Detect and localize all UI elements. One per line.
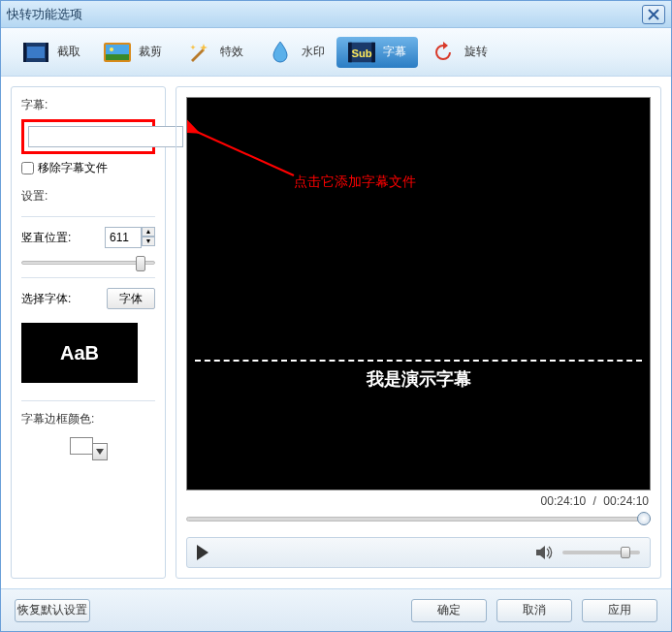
progress-slider[interactable] bbox=[186, 512, 651, 527]
subtitle-guideline bbox=[195, 360, 642, 362]
remove-subtitle-row: 移除字幕文件 bbox=[21, 160, 155, 176]
close-icon bbox=[648, 9, 659, 20]
chevron-down-icon bbox=[96, 449, 104, 455]
vpos-spinner: ▲ ▼ bbox=[105, 227, 155, 248]
tab-label: 字幕 bbox=[383, 44, 406, 60]
svg-rect-6 bbox=[106, 54, 129, 60]
divider bbox=[21, 216, 155, 217]
slider-thumb[interactable] bbox=[136, 256, 145, 271]
toolbar: 截取 裁剪 特效 水印 Sub 字幕 旋转 bbox=[1, 28, 671, 77]
rotate-icon bbox=[430, 41, 457, 64]
time-current: 00:24:10 bbox=[541, 494, 587, 508]
tab-watermark[interactable]: 水印 bbox=[255, 37, 336, 68]
font-button[interactable]: 字体 bbox=[107, 288, 155, 309]
tab-capture[interactable]: 截取 bbox=[11, 37, 92, 68]
window: 快转功能选项 截取 裁剪 特效 水印 Sub 字幕 旋转 bbox=[0, 0, 672, 632]
highlight-box bbox=[21, 119, 155, 154]
drop-icon bbox=[267, 41, 294, 64]
tab-label: 截取 bbox=[57, 44, 80, 60]
vpos-up-button[interactable]: ▲ bbox=[142, 227, 155, 237]
progress-thumb[interactable] bbox=[637, 512, 651, 525]
choose-font-label: 选择字体: bbox=[21, 291, 71, 307]
volume-icon bbox=[535, 545, 553, 560]
svg-text:Sub: Sub bbox=[351, 47, 371, 58]
subtitle-icon: Sub bbox=[348, 41, 375, 64]
film-icon bbox=[22, 41, 49, 64]
player-bar bbox=[186, 537, 651, 568]
divider bbox=[21, 400, 155, 401]
svg-rect-10 bbox=[371, 42, 375, 62]
apply-button[interactable]: 应用 bbox=[582, 599, 657, 622]
tab-rotate[interactable]: 旋转 bbox=[418, 37, 499, 68]
progress-track bbox=[186, 517, 651, 521]
wand-icon bbox=[185, 41, 212, 64]
divider bbox=[21, 277, 155, 278]
vpos-down-button[interactable]: ▼ bbox=[142, 237, 155, 246]
annotation-text: 点击它添加字幕文件 bbox=[294, 174, 416, 191]
video-preview: 点击它添加字幕文件 我是演示字幕 bbox=[186, 97, 651, 490]
subtitle-label: 字幕: bbox=[21, 97, 155, 113]
vpos-input[interactable] bbox=[105, 227, 142, 248]
border-color-dropdown[interactable] bbox=[92, 443, 108, 460]
subtitle-path-input[interactable] bbox=[28, 126, 183, 147]
svg-rect-3 bbox=[46, 43, 48, 62]
settings-label: 设置: bbox=[21, 188, 155, 205]
volume-slider[interactable] bbox=[562, 546, 640, 559]
remove-subtitle-checkbox[interactable] bbox=[21, 162, 34, 174]
vpos-label: 竖直位置: bbox=[21, 230, 71, 246]
tab-label: 裁剪 bbox=[139, 44, 162, 60]
svg-rect-2 bbox=[23, 43, 26, 62]
ok-button[interactable]: 确定 bbox=[411, 599, 487, 622]
vpos-slider[interactable] bbox=[21, 254, 155, 271]
cancel-button[interactable]: 取消 bbox=[496, 599, 572, 622]
left-panel: 字幕: 移除字幕文件 设置: 竖直位置: bbox=[11, 86, 166, 579]
tab-effects[interactable]: 特效 bbox=[174, 37, 255, 68]
close-button[interactable] bbox=[642, 5, 665, 24]
border-color-swatch[interactable] bbox=[70, 437, 93, 455]
restore-defaults-button[interactable]: 恢复默认设置 bbox=[15, 599, 90, 622]
time-total: 00:24:10 bbox=[603, 494, 649, 508]
font-preview: AaB bbox=[21, 323, 138, 383]
border-color-label: 字幕边框颜色: bbox=[21, 411, 155, 427]
tab-crop[interactable]: 裁剪 bbox=[92, 37, 174, 68]
svg-point-7 bbox=[110, 47, 113, 51]
time-separator: / bbox=[593, 494, 596, 508]
play-button[interactable] bbox=[197, 545, 208, 560]
tab-label: 水印 bbox=[302, 44, 325, 60]
content: 字幕: 移除字幕文件 设置: 竖直位置: bbox=[1, 77, 671, 588]
volume-thumb[interactable] bbox=[621, 547, 630, 558]
window-title: 快转功能选项 bbox=[7, 6, 642, 23]
time-display: 00:24:10 / 00:24:10 bbox=[186, 490, 651, 510]
svg-rect-1 bbox=[27, 47, 45, 58]
titlebar: 快转功能选项 bbox=[1, 1, 671, 28]
tab-label: 特效 bbox=[220, 44, 243, 60]
demo-subtitle: 我是演示字幕 bbox=[187, 367, 650, 391]
image-icon bbox=[104, 41, 131, 64]
tab-subtitle[interactable]: Sub 字幕 bbox=[336, 37, 418, 68]
right-panel: 点击它添加字幕文件 我是演示字幕 00:24:10 / 00:24:10 bbox=[176, 86, 661, 579]
footer: 恢复默认设置 确定 取消 应用 bbox=[1, 588, 671, 631]
tab-label: 旋转 bbox=[464, 44, 488, 60]
remove-subtitle-label: 移除字幕文件 bbox=[38, 160, 108, 176]
